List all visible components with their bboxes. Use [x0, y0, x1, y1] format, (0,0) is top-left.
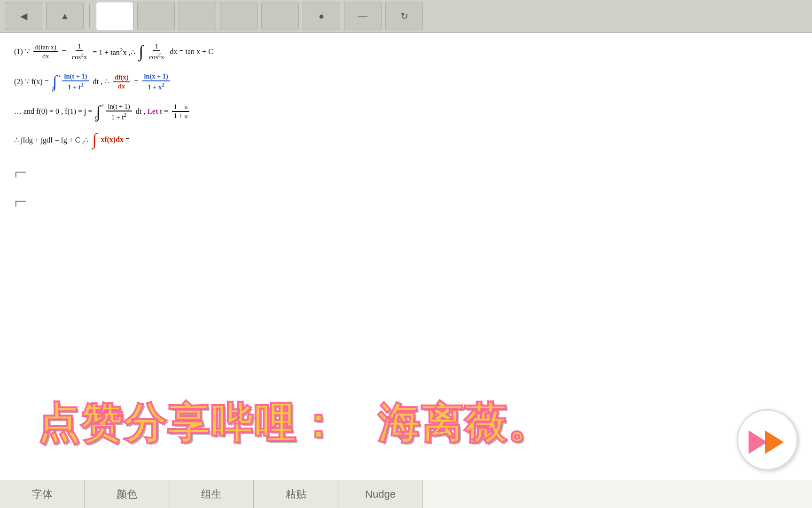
eq2-frac-df: df(x) dx	[113, 73, 131, 90]
bilibili-svg	[746, 426, 789, 459]
eq2-result-frac: ln(x + 1) 1 + x2	[142, 72, 170, 91]
bilibili-inner	[746, 426, 789, 454]
eq3-sub: t =	[158, 107, 170, 116]
eq1-integral: ∫	[139, 44, 144, 59]
eq2-df-den: dx	[116, 82, 127, 90]
eq3-dt: dt ,	[134, 107, 147, 116]
overlay-right-text: 海离薇。	[378, 396, 551, 452]
bracket-2: ⌐	[14, 188, 798, 215]
bottom-btn-paste[interactable]: 粘贴	[254, 480, 338, 508]
eq3-sub-num: 1 − u	[172, 103, 190, 112]
top-toolbar: ◀ ▲ ● — ↻	[0, 0, 812, 33]
eq2-int-lower: 0	[52, 86, 54, 91]
toolbar-btn-5[interactable]	[261, 2, 299, 30]
eq3-int-lower: 0	[95, 115, 98, 120]
toolbar-btn-4[interactable]	[220, 2, 258, 30]
eq1-prefix: (1) ∵	[14, 47, 31, 56]
eq1-frac1-den: dx	[40, 52, 51, 60]
eq2-frac-den: 1 + t2	[66, 81, 85, 91]
toolbar-btn-6[interactable]: ●	[303, 2, 340, 30]
eq1-frac2: 1 cos2x	[70, 42, 89, 61]
eq2-integral-container: x ∫ 0	[51, 73, 61, 91]
toolbar-divider-1	[89, 4, 90, 28]
bottom-btn-group[interactable]: 组生	[169, 480, 254, 508]
eq2-prefix: (2) ∵ f(x) =	[14, 77, 51, 86]
bottom-btn-nudge[interactable]: Nudge	[338, 480, 423, 508]
eq2-result-num: ln(x + 1)	[142, 72, 170, 81]
eq3-integral-container: 1 ∫ 0	[94, 103, 104, 121]
eq1-frac3: 1 cos2x	[147, 42, 166, 61]
eq2-dt: dt , ∴	[91, 77, 110, 86]
eq4-prefix: ∴ ∫fdg + ∫gdf = fg + C ,∴	[14, 135, 91, 144]
bottom-toolbar: 字体 颜色 组生 粘贴 Nudge	[0, 480, 423, 508]
toolbar-btn-7[interactable]: —	[344, 2, 382, 30]
bilibili-logo	[737, 409, 798, 470]
eq3-int-upper: 1	[102, 103, 104, 108]
eq2-frac: ln(t + 1) 1 + t2	[62, 72, 89, 91]
bottom-btn-color[interactable]: 颜色	[85, 480, 169, 508]
eq1-eq1: =	[60, 48, 68, 56]
eq2-frac-num: ln(t + 1)	[62, 72, 89, 81]
eq3-sub-frac: 1 − u 1 + u	[172, 103, 190, 120]
eq1-frac2-den: cos2x	[70, 51, 89, 61]
eq1-frac2-num: 1	[76, 42, 83, 51]
eq3-frac-num: ln(t + 1)	[106, 103, 132, 111]
eq3-sub-den: 1 + u	[172, 112, 190, 120]
toolbar-btn-refresh[interactable]: ↻	[385, 2, 423, 30]
equation-2: (2) ∵ f(x) = x ∫ 0 ln(t + 1) 1 + t2 dt ,…	[14, 72, 798, 91]
bracket-1: ⌐	[14, 159, 798, 186]
equation-3: … and f(0) = 0 , f(1) = j = 1 ∫ 0 ln(t +…	[14, 103, 798, 121]
eq1-frac3-den: cos2x	[147, 51, 166, 61]
eq2-int-upper: x	[58, 73, 61, 78]
toolbar-btn-2[interactable]	[137, 2, 175, 30]
equation-1: (1) ∵ d(tan x) dx = 1 cos2x = 1 + tan2x …	[14, 42, 798, 61]
svg-marker-1	[765, 430, 784, 454]
eq1-middle: = 1 + tan2x ,∴	[91, 47, 137, 57]
eq2-df-num: df(x)	[113, 73, 131, 82]
eq2-eq: =	[132, 78, 140, 86]
toolbar-btn-1[interactable]	[96, 2, 133, 30]
eq2-result-den: 1 + x2	[146, 81, 166, 91]
eq4-integral: ∫	[93, 132, 97, 147]
eq3-frac: ln(t + 1) 1 + t2	[106, 103, 132, 121]
toolbar-btn-3[interactable]	[179, 2, 216, 30]
eq4-eq: =	[125, 135, 130, 144]
svg-marker-0	[749, 430, 767, 454]
eq1-frac1-num: d(tan x)	[33, 43, 58, 52]
bottom-btn-font[interactable]: 字体	[0, 480, 85, 508]
eq3-and: … and f(0) = 0 , f(1) = j =	[14, 107, 94, 116]
eq1-frac1: d(tan x) dx	[33, 43, 58, 60]
eq4-xfx: xf(x)dx	[99, 135, 125, 144]
toolbar-btn-back[interactable]: ◀	[5, 2, 42, 30]
eq1-frac3-num: 1	[153, 42, 160, 51]
eq3-frac-den: 1 + t2	[109, 111, 129, 121]
toolbar-btn-up[interactable]: ▲	[46, 2, 84, 30]
equation-4: ∴ ∫fdg + ∫gdf = fg + C ,∴ ∫ xf(x)dx =	[14, 132, 798, 147]
overlay-text: 点赞分享哔哩： 海离薇。	[0, 396, 812, 452]
eq3-let: Let	[147, 107, 158, 116]
eq1-suffix: dx = tan x + C	[168, 48, 213, 56]
overlay-left-text: 点赞分享哔哩：	[38, 396, 340, 452]
